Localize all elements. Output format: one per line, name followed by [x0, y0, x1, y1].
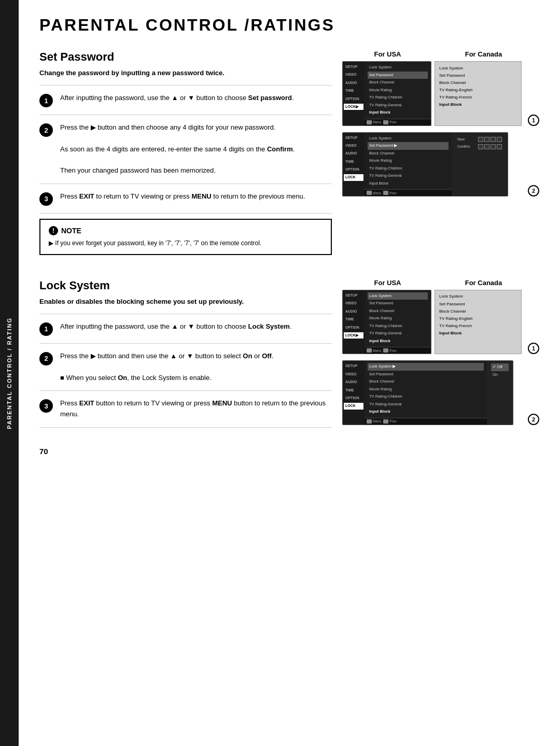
ls-usa-mi-1: Lock System: [368, 292, 428, 300]
sp-canada-label: For Canada: [438, 50, 529, 58]
ls-left2-audio: AUDIO: [344, 379, 363, 385]
ls-usa2-mi-5: TV Rating-Children: [368, 393, 484, 401]
ls-usa2-bb-prev: Prev: [383, 419, 396, 424]
lock-system-heading: Lock System: [39, 279, 332, 292]
sp-left2-audio: AUDIO: [344, 150, 363, 157]
ls-usa-leftbar-1: SETUP VIDEO AUDIO TIME OPTION LOCK▶: [343, 290, 365, 354]
lock-system-step-2: 2 Press the ▶ button and then use the ▲ …: [39, 344, 332, 391]
sp-ca-mi-5: TV Rating-French: [439, 94, 517, 101]
sp-usa2-mi-7: Input Block: [368, 180, 449, 188]
sp-pw-box-3: [491, 137, 496, 142]
sp-pw-cbox-3: [491, 144, 496, 149]
sp-password-submenu: New Confirm: [452, 133, 508, 196]
set-password-section: Set Password Change the password by inpu…: [39, 50, 539, 263]
sp-pw-box-4: [497, 137, 502, 142]
sp-pw-new-row: New: [456, 136, 503, 143]
sp-pw-new-boxes: [478, 137, 502, 142]
ls-step-text-1: After inputting the password, use the ▲ …: [60, 321, 291, 332]
sp-usa-leftbar-2: SETUP VIDEO AUDIO TIME OPTION LOCK: [343, 133, 365, 196]
sp-ca-mi-2: Set Password: [439, 72, 517, 79]
note-icon: !: [49, 226, 58, 235]
lock-system-left: Lock System Enables or disables the bloc…: [39, 279, 332, 431]
sp-tv-pair-1: SETUP VIDEO AUDIO TIME OPTION LOCK▶ Lock…: [342, 61, 539, 126]
sp-ca-mi-3: Block Channel: [439, 79, 517, 86]
sp-usa-bb-prev: Prev: [383, 120, 396, 124]
sp-usa2-mi-6: TV Rating-General: [368, 172, 449, 180]
set-password-left: Set Password Change the password by inpu…: [39, 50, 332, 263]
ls-step-number-1: 1: [39, 322, 53, 336]
sp-pw-new-label: New: [457, 137, 476, 141]
ls-tv-pair-2: SETUP VIDEO AUDIO TIME OPTION LOCK Lock …: [342, 360, 539, 425]
ls-ca-mi-6: Input Block: [439, 330, 517, 337]
ls-step-text-3: Press EXIT button to return to TV viewin…: [60, 398, 332, 420]
sp-usa-mi-7: Input Block: [368, 109, 428, 117]
sp-left2-video: VIDEO: [344, 143, 363, 149]
set-password-heading: Set Password: [39, 50, 332, 64]
sp-left-setup: SETUP: [344, 64, 363, 70]
ls-usa-mi-5: TV Rating-Children: [368, 322, 428, 330]
sp-pw-confirm-boxes: [478, 144, 502, 149]
sp-left2-time: TIME: [344, 159, 363, 165]
ls-usa-label: For USA: [342, 279, 433, 287]
step-text-1: After inputting the password, use the ▲ …: [60, 93, 294, 104]
ls-canada-panel-1: Lock System Set Password Block Channel T…: [435, 290, 522, 355]
sp-left2-option: OPTION: [344, 166, 363, 173]
sp-pw-confirm-row: Confirm: [456, 143, 503, 150]
sp-usa2-bottombar: Menu Prev: [365, 189, 452, 196]
lock-system-section: Lock System Enables or disables the bloc…: [39, 279, 539, 431]
ls-ca-mi-2: Set Password: [439, 300, 517, 307]
main-content: PARENTAL CONTROL /RATINGS Set Password C…: [19, 0, 560, 476]
page-number: 70: [39, 447, 539, 456]
lock-system-step-3: 3 Press EXIT button to return to TV view…: [39, 391, 332, 428]
sp-left-time: TIME: [344, 88, 363, 94]
set-password-step-2: 2 Press the ▶ button and then choose any…: [39, 115, 332, 184]
sp-usa-mainmenu-1: Lock System Set Password Block Channel M…: [365, 62, 431, 119]
step-number-3: 3: [39, 192, 53, 206]
lock-system-right: For USA For Canada SETUP VIDEO AUDIO TIM…: [342, 279, 539, 431]
sp-usa-sidemenu-1: SETUP VIDEO AUDIO TIME OPTION LOCK▶ Lock…: [343, 62, 431, 125]
ls-tv-mockup-1: SETUP VIDEO AUDIO TIME OPTION LOCK▶ Lock…: [342, 290, 539, 355]
ls-tv-pair-1: SETUP VIDEO AUDIO TIME OPTION LOCK▶ Lock…: [342, 290, 539, 355]
ls-usa-bb-menu: Menu: [367, 348, 381, 353]
ls-usa2-mi-3: Block Channel: [368, 378, 484, 386]
sp-usa-mi-2: Set Password: [368, 72, 428, 79]
sp-step-badge-1: 1: [528, 115, 539, 126]
ls-left-time: TIME: [344, 316, 363, 322]
sp-usa-panel-2: SETUP VIDEO AUDIO TIME OPTION LOCK Lock …: [342, 132, 508, 197]
set-password-step-3: 3 Press EXIT to return to TV viewing or …: [39, 184, 332, 214]
ls-step-number-3: 3: [39, 399, 53, 413]
ls-usa-mainmenu-1: Lock System Set Password Block Channel M…: [365, 290, 431, 347]
step-text-3: Press EXIT to return to TV viewing or pr…: [60, 191, 305, 202]
ls-left2-video: VIDEO: [344, 371, 363, 377]
step-number-2: 2: [39, 123, 53, 137]
sp-usa2-mi-4: Movie Rating: [368, 157, 449, 165]
ls-left-lock: LOCK▶: [344, 332, 363, 339]
sidebar-label: PARENTAL CONTROL / RATING: [6, 317, 12, 429]
ls-tv-mockup-2: SETUP VIDEO AUDIO TIME OPTION LOCK Lock …: [342, 360, 539, 425]
lock-system-steps: 1 After inputting the password, use the …: [39, 314, 332, 428]
ls-ca-mi-5: TV Rating-French: [439, 322, 517, 330]
ls-onoff-submenu: ✓ Off On: [487, 361, 513, 425]
ls-usa-mi-2: Set Password: [368, 300, 428, 307]
sp-usa2-mi-3: Block Channel: [368, 150, 449, 158]
ls-usa2-mi-2: Set Password: [368, 371, 484, 378]
ls-left2-time: TIME: [344, 387, 363, 393]
sp-usa2-mi-1: Lock System: [368, 135, 449, 143]
sp-pw-box-2: [484, 137, 489, 142]
sidebar: PARENTAL CONTROL / RATING: [0, 0, 19, 746]
sp-usa2-bb-prev: Prev: [383, 191, 396, 195]
sp-step-badge-2: 2: [528, 185, 539, 196]
sp-canada-panel-1: Lock System Set Password Block Channel T…: [435, 61, 522, 126]
sp-usa-mi-1: Lock System: [368, 64, 428, 72]
sp-usa-panel-1: SETUP VIDEO AUDIO TIME OPTION LOCK▶ Lock…: [342, 61, 431, 126]
sp-usa-mainmenu-2: Lock System Set Password ▶ Block Channel…: [365, 133, 452, 190]
sp-usa-bb-menu: Menu: [367, 120, 381, 124]
sp-tv-pair-2: SETUP VIDEO AUDIO TIME OPTION LOCK Lock …: [342, 132, 539, 197]
ls-left-setup: SETUP: [344, 292, 363, 299]
sp-left-option: OPTION: [344, 96, 363, 102]
set-password-note: ! NOTE If you ever forget your password,…: [39, 219, 332, 255]
sp-left2-setup: SETUP: [344, 135, 363, 141]
sp-pw-box-1: [478, 137, 483, 142]
page-title: PARENTAL CONTROL /RATINGS: [39, 16, 539, 35]
ls-usa2-bottombar: Menu Prev: [365, 418, 487, 425]
